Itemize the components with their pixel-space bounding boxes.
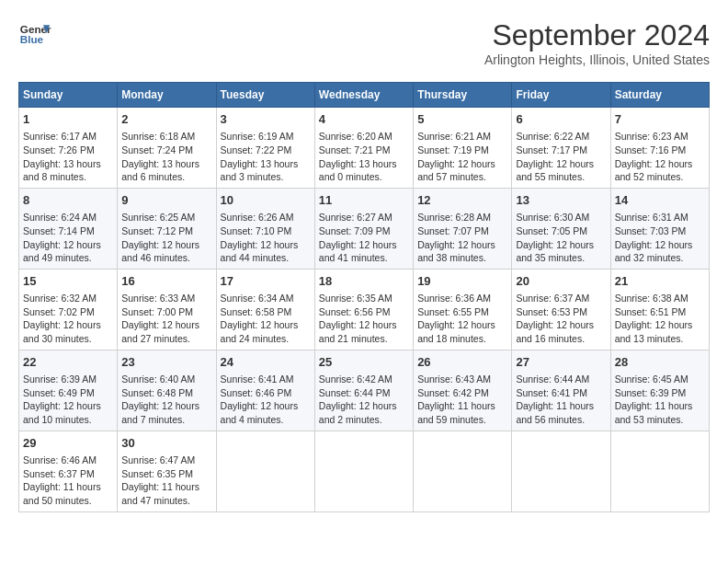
sunrise-text: Sunrise: 6:26 AM: [221, 212, 294, 223]
sunset-text: Sunset: 7:12 PM: [121, 225, 193, 236]
sunset-text: Sunset: 6:35 PM: [121, 468, 193, 479]
day-number: 7: [615, 111, 705, 128]
daylight-text: Daylight: 12 hours and 44 minutes.: [221, 239, 299, 264]
daylight-text: Daylight: 12 hours and 38 minutes.: [417, 239, 495, 264]
week-row-1: 1 Sunrise: 6:17 AM Sunset: 7:26 PM Dayli…: [19, 108, 710, 189]
calendar-cell: 24 Sunrise: 6:41 AM Sunset: 6:46 PM Dayl…: [216, 350, 314, 431]
daylight-text: Daylight: 12 hours and 4 minutes.: [221, 400, 299, 425]
day-number: 18: [319, 273, 409, 290]
sunrise-text: Sunrise: 6:22 AM: [516, 131, 589, 142]
col-tuesday: Tuesday: [216, 83, 314, 108]
daylight-text: Daylight: 13 hours and 3 minutes.: [221, 158, 299, 183]
day-number: 3: [221, 111, 311, 128]
daylight-text: Daylight: 13 hours and 8 minutes.: [23, 158, 101, 183]
sunrise-text: Sunrise: 6:37 AM: [516, 293, 589, 304]
daylight-text: Daylight: 11 hours and 53 minutes.: [615, 400, 693, 425]
sunrise-text: Sunrise: 6:42 AM: [319, 373, 392, 385]
sunrise-text: Sunrise: 6:43 AM: [417, 373, 491, 385]
calendar-cell: 30 Sunrise: 6:47 AM Sunset: 6:35 PM Dayl…: [118, 431, 216, 511]
logo: General Blue: [18, 18, 51, 52]
calendar-cell: 7 Sunrise: 6:23 AM Sunset: 7:16 PM Dayli…: [610, 108, 709, 189]
sunrise-text: Sunrise: 6:36 AM: [417, 293, 491, 304]
calendar-cell: 6 Sunrise: 6:22 AM Sunset: 7:17 PM Dayli…: [512, 108, 610, 189]
sunrise-text: Sunrise: 6:25 AM: [121, 212, 195, 223]
daylight-text: Daylight: 12 hours and 7 minutes.: [121, 400, 199, 425]
daylight-text: Daylight: 11 hours and 56 minutes.: [516, 400, 594, 425]
sunset-text: Sunset: 6:56 PM: [319, 306, 391, 317]
sunrise-text: Sunrise: 6:18 AM: [121, 131, 195, 142]
calendar-cell: 27 Sunrise: 6:44 AM Sunset: 6:41 PM Dayl…: [512, 350, 610, 431]
main-title: September 2024: [484, 18, 710, 52]
calendar-cell: 9 Sunrise: 6:25 AM Sunset: 7:12 PM Dayli…: [118, 188, 216, 269]
daylight-text: Daylight: 12 hours and 57 minutes.: [417, 158, 495, 183]
sunset-text: Sunset: 6:44 PM: [319, 387, 391, 398]
calendar-cell: 18 Sunrise: 6:35 AM Sunset: 6:56 PM Dayl…: [314, 269, 413, 350]
daylight-text: Daylight: 12 hours and 52 minutes.: [615, 158, 693, 183]
calendar-cell: 13 Sunrise: 6:30 AM Sunset: 7:05 PM Dayl…: [512, 188, 610, 269]
day-number: 26: [417, 354, 507, 371]
calendar-cell: 20 Sunrise: 6:37 AM Sunset: 6:53 PM Dayl…: [512, 269, 610, 350]
sunrise-text: Sunrise: 6:35 AM: [319, 293, 392, 304]
calendar-cell: 19 Sunrise: 6:36 AM Sunset: 6:55 PM Dayl…: [414, 269, 512, 350]
col-sunday: Sunday: [19, 83, 118, 108]
daylight-text: Daylight: 12 hours and 24 minutes.: [221, 319, 299, 344]
col-wednesday: Wednesday: [314, 83, 413, 108]
day-number: 11: [319, 192, 409, 209]
daylight-text: Daylight: 12 hours and 46 minutes.: [121, 239, 199, 264]
daylight-text: Daylight: 12 hours and 30 minutes.: [23, 319, 101, 344]
daylight-text: Daylight: 12 hours and 41 minutes.: [319, 239, 397, 264]
sunset-text: Sunset: 7:24 PM: [121, 144, 193, 155]
sunrise-text: Sunrise: 6:30 AM: [516, 212, 589, 223]
calendar-cell: [610, 431, 709, 511]
sunset-text: Sunset: 6:55 PM: [417, 306, 489, 317]
sunset-text: Sunset: 7:07 PM: [417, 225, 489, 236]
day-number: 22: [23, 354, 113, 371]
subtitle: Arlington Heights, Illinois, United Stat…: [484, 52, 710, 67]
sunrise-text: Sunrise: 6:45 AM: [615, 373, 688, 385]
calendar-table: Sunday Monday Tuesday Wednesday Thursday…: [18, 82, 710, 512]
week-row-3: 15 Sunrise: 6:32 AM Sunset: 7:02 PM Dayl…: [19, 269, 710, 350]
calendar-cell: 28 Sunrise: 6:45 AM Sunset: 6:39 PM Dayl…: [610, 350, 709, 431]
sunrise-text: Sunrise: 6:24 AM: [23, 212, 97, 223]
sunset-text: Sunset: 7:02 PM: [23, 306, 95, 317]
sunset-text: Sunset: 7:22 PM: [221, 144, 292, 155]
sunset-text: Sunset: 6:46 PM: [221, 387, 292, 398]
sunrise-text: Sunrise: 6:41 AM: [221, 373, 294, 385]
daylight-text: Daylight: 12 hours and 2 minutes.: [319, 400, 397, 425]
day-number: 30: [121, 435, 211, 452]
sunrise-text: Sunrise: 6:44 AM: [516, 373, 589, 385]
daylight-text: Daylight: 12 hours and 35 minutes.: [516, 239, 594, 264]
daylight-text: Daylight: 13 hours and 6 minutes.: [121, 158, 199, 183]
sunset-text: Sunset: 7:17 PM: [516, 144, 587, 155]
week-row-5: 29 Sunrise: 6:46 AM Sunset: 6:37 PM Dayl…: [19, 431, 710, 511]
sunrise-text: Sunrise: 6:20 AM: [319, 131, 392, 142]
sunrise-text: Sunrise: 6:33 AM: [121, 293, 195, 304]
daylight-text: Daylight: 11 hours and 50 minutes.: [23, 481, 101, 506]
sunset-text: Sunset: 6:39 PM: [615, 387, 687, 398]
calendar-cell: 29 Sunrise: 6:46 AM Sunset: 6:37 PM Dayl…: [19, 431, 118, 511]
calendar-cell: 15 Sunrise: 6:32 AM Sunset: 7:02 PM Dayl…: [19, 269, 118, 350]
day-number: 12: [417, 192, 507, 209]
sunrise-text: Sunrise: 6:34 AM: [221, 293, 294, 304]
day-number: 17: [221, 273, 311, 290]
sunrise-text: Sunrise: 6:21 AM: [417, 131, 491, 142]
calendar-cell: 11 Sunrise: 6:27 AM Sunset: 7:09 PM Dayl…: [314, 188, 413, 269]
sunrise-text: Sunrise: 6:39 AM: [23, 373, 97, 385]
svg-text:Blue: Blue: [20, 33, 44, 45]
sunset-text: Sunset: 6:37 PM: [23, 468, 95, 479]
logo-icon: General Blue: [18, 18, 51, 52]
calendar-cell: 2 Sunrise: 6:18 AM Sunset: 7:24 PM Dayli…: [118, 108, 216, 189]
calendar-cell: 17 Sunrise: 6:34 AM Sunset: 6:58 PM Dayl…: [216, 269, 314, 350]
sunset-text: Sunset: 7:14 PM: [23, 225, 95, 236]
daylight-text: Daylight: 11 hours and 47 minutes.: [121, 481, 199, 506]
calendar-cell: 8 Sunrise: 6:24 AM Sunset: 7:14 PM Dayli…: [19, 188, 118, 269]
day-number: 6: [516, 111, 606, 128]
sunrise-text: Sunrise: 6:28 AM: [417, 212, 491, 223]
page-header: General Blue September 2024 Arlington He…: [18, 18, 710, 67]
day-number: 14: [615, 192, 705, 209]
day-number: 27: [516, 354, 606, 371]
daylight-text: Daylight: 12 hours and 27 minutes.: [121, 319, 199, 344]
sunrise-text: Sunrise: 6:32 AM: [23, 293, 97, 304]
calendar-cell: 16 Sunrise: 6:33 AM Sunset: 7:00 PM Dayl…: [118, 269, 216, 350]
sunset-text: Sunset: 7:26 PM: [23, 144, 95, 155]
